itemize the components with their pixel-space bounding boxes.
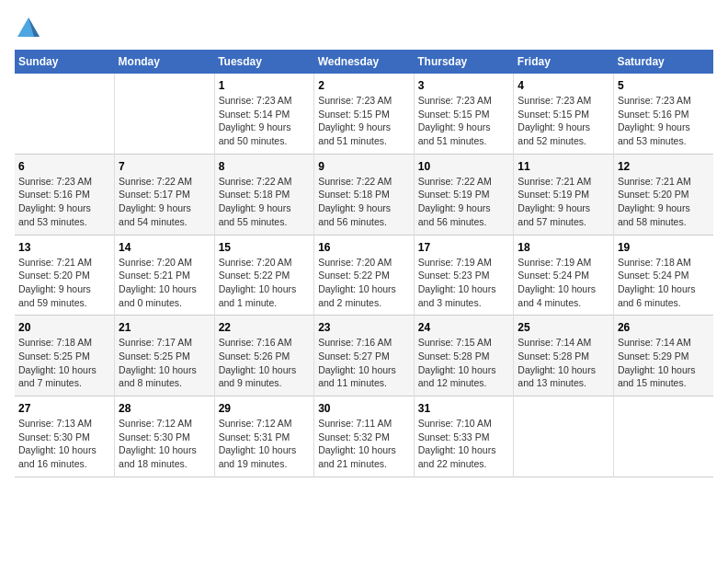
- day-number: 13: [18, 241, 110, 254]
- day-info: Sunrise: 7:23 AM Sunset: 5:15 PM Dayligh…: [518, 94, 609, 148]
- calendar-cell: 14Sunrise: 7:20 AM Sunset: 5:21 PM Dayli…: [115, 235, 215, 316]
- day-number: 6: [18, 160, 110, 173]
- day-info: Sunrise: 7:18 AM Sunset: 5:25 PM Dayligh…: [18, 336, 110, 390]
- calendar-cell: 10Sunrise: 7:22 AM Sunset: 5:19 PM Dayli…: [414, 154, 514, 235]
- calendar-cell: 18Sunrise: 7:19 AM Sunset: 5:24 PM Dayli…: [514, 235, 614, 316]
- day-info: Sunrise: 7:14 AM Sunset: 5:29 PM Dayligh…: [618, 336, 710, 390]
- calendar-cell: 19Sunrise: 7:18 AM Sunset: 5:24 PM Dayli…: [613, 235, 713, 316]
- day-info: Sunrise: 7:20 AM Sunset: 5:22 PM Dayligh…: [219, 256, 311, 310]
- day-info: Sunrise: 7:13 AM Sunset: 5:30 PM Dayligh…: [18, 417, 110, 471]
- day-number: 4: [518, 79, 609, 92]
- calendar-week-3: 13Sunrise: 7:21 AM Sunset: 5:20 PM Dayli…: [15, 235, 713, 316]
- weekday-header-wednesday: Wednesday: [314, 50, 415, 74]
- calendar-cell: 29Sunrise: 7:12 AM Sunset: 5:31 PM Dayli…: [214, 396, 314, 477]
- calendar-cell: 27Sunrise: 7:13 AM Sunset: 5:30 PM Dayli…: [15, 396, 115, 477]
- weekday-header-monday: Monday: [115, 50, 215, 74]
- calendar-week-4: 20Sunrise: 7:18 AM Sunset: 5:25 PM Dayli…: [15, 316, 713, 396]
- weekday-header-friday: Friday: [514, 50, 614, 74]
- page-header: [15, 15, 713, 42]
- day-number: 22: [219, 321, 311, 334]
- calendar-table: SundayMondayTuesdayWednesdayThursdayFrid…: [15, 50, 713, 477]
- day-number: 20: [18, 321, 110, 334]
- calendar-cell: 2Sunrise: 7:23 AM Sunset: 5:15 PM Daylig…: [314, 74, 415, 154]
- day-info: Sunrise: 7:20 AM Sunset: 5:21 PM Dayligh…: [119, 256, 210, 310]
- day-info: Sunrise: 7:16 AM Sunset: 5:26 PM Dayligh…: [219, 336, 311, 390]
- day-number: 21: [119, 321, 210, 334]
- day-number: 7: [119, 160, 210, 173]
- calendar-cell: 13Sunrise: 7:21 AM Sunset: 5:20 PM Dayli…: [15, 235, 115, 316]
- day-number: 16: [318, 241, 410, 254]
- day-info: Sunrise: 7:11 AM Sunset: 5:32 PM Dayligh…: [318, 417, 410, 471]
- calendar-cell: 7Sunrise: 7:22 AM Sunset: 5:17 PM Daylig…: [115, 154, 215, 235]
- calendar-cell: 24Sunrise: 7:15 AM Sunset: 5:28 PM Dayli…: [414, 316, 514, 396]
- calendar-cell: 31Sunrise: 7:10 AM Sunset: 5:33 PM Dayli…: [414, 396, 514, 477]
- calendar-cell: 5Sunrise: 7:23 AM Sunset: 5:16 PM Daylig…: [613, 74, 713, 154]
- calendar-week-5: 27Sunrise: 7:13 AM Sunset: 5:30 PM Dayli…: [15, 396, 713, 477]
- calendar-cell: 4Sunrise: 7:23 AM Sunset: 5:15 PM Daylig…: [514, 74, 614, 154]
- day-info: Sunrise: 7:12 AM Sunset: 5:30 PM Dayligh…: [119, 417, 210, 471]
- day-info: Sunrise: 7:21 AM Sunset: 5:19 PM Dayligh…: [518, 175, 609, 229]
- calendar-cell: 23Sunrise: 7:16 AM Sunset: 5:27 PM Dayli…: [314, 316, 415, 396]
- day-info: Sunrise: 7:23 AM Sunset: 5:15 PM Dayligh…: [418, 94, 510, 148]
- day-number: 1: [219, 79, 311, 92]
- day-info: Sunrise: 7:23 AM Sunset: 5:16 PM Dayligh…: [18, 175, 110, 229]
- day-info: Sunrise: 7:22 AM Sunset: 5:18 PM Dayligh…: [318, 175, 410, 229]
- day-info: Sunrise: 7:21 AM Sunset: 5:20 PM Dayligh…: [18, 256, 110, 310]
- day-info: Sunrise: 7:23 AM Sunset: 5:16 PM Dayligh…: [618, 94, 710, 148]
- day-info: Sunrise: 7:22 AM Sunset: 5:17 PM Dayligh…: [119, 175, 210, 229]
- day-number: 3: [418, 79, 510, 92]
- day-number: 25: [518, 321, 609, 334]
- day-info: Sunrise: 7:16 AM Sunset: 5:27 PM Dayligh…: [318, 336, 410, 390]
- day-number: 17: [418, 241, 510, 254]
- calendar-cell: 11Sunrise: 7:21 AM Sunset: 5:19 PM Dayli…: [514, 154, 614, 235]
- day-number: 14: [119, 241, 210, 254]
- calendar-cell: 22Sunrise: 7:16 AM Sunset: 5:26 PM Dayli…: [214, 316, 314, 396]
- day-info: Sunrise: 7:23 AM Sunset: 5:14 PM Dayligh…: [219, 94, 311, 148]
- day-number: 2: [318, 79, 410, 92]
- day-number: 19: [618, 241, 710, 254]
- day-number: 26: [618, 321, 710, 334]
- calendar-cell: 16Sunrise: 7:20 AM Sunset: 5:22 PM Dayli…: [314, 235, 415, 316]
- day-number: 18: [518, 241, 609, 254]
- day-number: 10: [418, 160, 510, 173]
- day-number: 31: [418, 402, 510, 415]
- day-number: 28: [119, 402, 210, 415]
- calendar-cell: 17Sunrise: 7:19 AM Sunset: 5:23 PM Dayli…: [414, 235, 514, 316]
- calendar-cell: 30Sunrise: 7:11 AM Sunset: 5:32 PM Dayli…: [314, 396, 415, 477]
- weekday-header-thursday: Thursday: [414, 50, 514, 74]
- weekday-header-sunday: Sunday: [15, 50, 115, 74]
- day-number: 30: [318, 402, 410, 415]
- calendar-cell: 9Sunrise: 7:22 AM Sunset: 5:18 PM Daylig…: [314, 154, 415, 235]
- calendar-cell: 3Sunrise: 7:23 AM Sunset: 5:15 PM Daylig…: [414, 74, 514, 154]
- day-number: 23: [318, 321, 410, 334]
- day-info: Sunrise: 7:23 AM Sunset: 5:15 PM Dayligh…: [318, 94, 410, 148]
- day-info: Sunrise: 7:21 AM Sunset: 5:20 PM Dayligh…: [618, 175, 710, 229]
- day-number: 24: [418, 321, 510, 334]
- calendar-cell: [613, 396, 713, 477]
- calendar-cell: [115, 74, 215, 154]
- day-number: 15: [219, 241, 311, 254]
- day-info: Sunrise: 7:15 AM Sunset: 5:28 PM Dayligh…: [418, 336, 510, 390]
- calendar-cell: 21Sunrise: 7:17 AM Sunset: 5:25 PM Dayli…: [115, 316, 215, 396]
- calendar-week-1: 1Sunrise: 7:23 AM Sunset: 5:14 PM Daylig…: [15, 74, 713, 154]
- day-number: 5: [618, 79, 710, 92]
- weekday-header-saturday: Saturday: [613, 50, 713, 74]
- day-info: Sunrise: 7:17 AM Sunset: 5:25 PM Dayligh…: [119, 336, 210, 390]
- day-number: 12: [618, 160, 710, 173]
- day-info: Sunrise: 7:19 AM Sunset: 5:23 PM Dayligh…: [418, 256, 510, 310]
- day-number: 29: [219, 402, 311, 415]
- calendar-cell: 15Sunrise: 7:20 AM Sunset: 5:22 PM Dayli…: [214, 235, 314, 316]
- calendar-cell: 28Sunrise: 7:12 AM Sunset: 5:30 PM Dayli…: [115, 396, 215, 477]
- calendar-cell: [15, 74, 115, 154]
- day-info: Sunrise: 7:10 AM Sunset: 5:33 PM Dayligh…: [418, 417, 510, 471]
- calendar-week-2: 6Sunrise: 7:23 AM Sunset: 5:16 PM Daylig…: [15, 154, 713, 235]
- day-info: Sunrise: 7:14 AM Sunset: 5:28 PM Dayligh…: [518, 336, 609, 390]
- logo-icon: [15, 15, 42, 42]
- day-info: Sunrise: 7:22 AM Sunset: 5:19 PM Dayligh…: [418, 175, 510, 229]
- day-number: 8: [219, 160, 311, 173]
- logo: [15, 15, 46, 42]
- day-info: Sunrise: 7:19 AM Sunset: 5:24 PM Dayligh…: [518, 256, 609, 310]
- calendar-header: SundayMondayTuesdayWednesdayThursdayFrid…: [15, 50, 713, 74]
- day-info: Sunrise: 7:18 AM Sunset: 5:24 PM Dayligh…: [618, 256, 710, 310]
- calendar-cell: 6Sunrise: 7:23 AM Sunset: 5:16 PM Daylig…: [15, 154, 115, 235]
